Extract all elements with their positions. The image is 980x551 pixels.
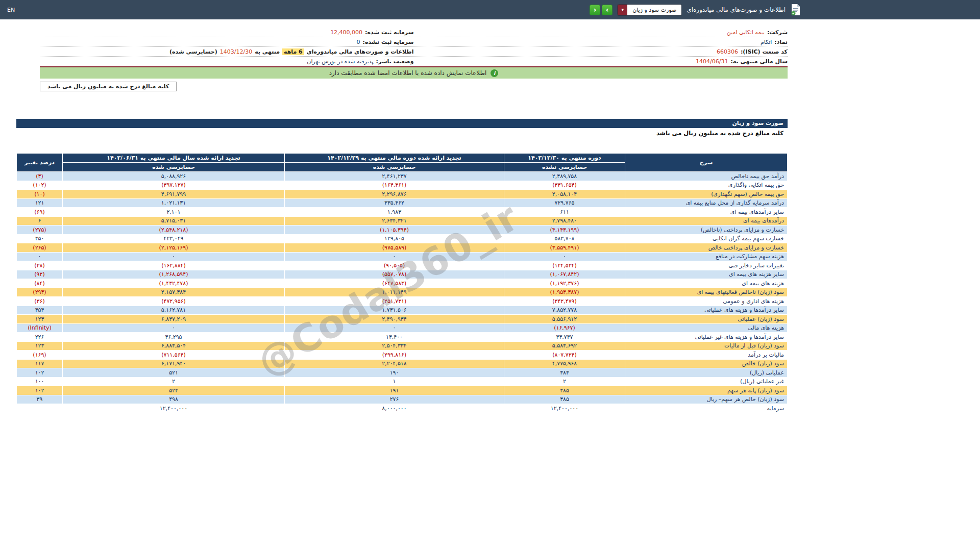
company-label: شرکت:	[767, 29, 788, 36]
cell-current-period: (۳,۵۵۹,۴۹۱)	[504, 243, 625, 253]
cell-current-period: ۴۳,۷۴۷	[504, 333, 625, 342]
table-row: درآمد سرمایه گذاری از محل منابع بیمه ای۷…	[17, 198, 788, 208]
cell-change-percent: (۳۶)	[17, 297, 63, 306]
unregistered-capital-label: سرمایه ثبت نشده:	[363, 39, 414, 45]
cell-change-percent: ۳۵۴	[17, 306, 63, 315]
cell-restated-year: ۰	[63, 323, 285, 333]
cell-change-percent: ۱۲۳	[17, 341, 63, 350]
cell-description: خسارت سهم بیمه گران اتکایی	[625, 234, 788, 243]
cell-current-period: (۱,۰۶۷,۸۴۲)	[504, 270, 625, 279]
table-row: خسارت و مزایای پرداختی (ناخالص)(۴,۱۴۳,۱۹…	[17, 226, 788, 235]
issuer-status-field: وضعیت ناشر: پذیرفته شده در بورس تهران	[40, 58, 414, 65]
report-icon[interactable]	[791, 4, 801, 16]
interim-suffix: (حسابرسی شده)	[169, 48, 217, 55]
cell-current-period: ۵,۵۸۳,۶۹۲	[504, 341, 625, 350]
fiscal-year-label: سال مالی منتهی به:	[730, 58, 788, 65]
symbol-label: نماد:	[774, 39, 788, 45]
table-row: خسارت و مزایای پرداختی خالص(۳,۵۵۹,۴۹۱)(۹…	[17, 243, 788, 253]
cell-description: خسارت و مزایای پرداختی خالص	[625, 243, 788, 253]
symbol-field: نماد: اتکام	[414, 39, 788, 45]
cell-current-period: (۱,۹۵۳,۳۸۷)	[504, 288, 625, 297]
cell-change-percent: (۲۹۳)	[17, 288, 63, 297]
cell-restated-period: ۰	[285, 323, 504, 333]
cell-current-period: ۲,۷۹۸,۴۸۰	[504, 216, 625, 226]
cell-change-percent: (۱۶۹)	[17, 350, 63, 360]
profit-loss-table: شرح دوره منتهی به ۱۴۰۳/۱۲/۳۰ تجدید ارائه…	[16, 153, 788, 413]
table-row: سود (زیان) ناخالص فعالیتهای بیمه ای(۱,۹۵…	[17, 288, 788, 297]
table-row: درآمد حق بیمه ناخالص۲,۳۸۹,۷۵۸۲,۴۶۱,۲۳۷۵,…	[17, 172, 788, 181]
interim-statement-field: اطلاعات و صورت‌های مالی میاندوره‌ای 6 ما…	[40, 48, 414, 55]
cell-restated-period: ۰	[285, 252, 504, 261]
cell-current-period: (۳۳۱,۶۵۴)	[504, 181, 625, 190]
cell-change-percent: ۳۹	[17, 395, 63, 404]
cell-restated-year: (۱,۲۶۸,۵۹۴)	[63, 270, 285, 279]
cell-restated-period: ۲۷۶	[285, 395, 504, 404]
cell-change-percent: ۱۰۲	[17, 386, 63, 395]
info-row: کد صنعت (ISIC): 660306 اطلاعات و صورت‌ها…	[40, 47, 788, 57]
interim-prefix: اطلاعات و صورت‌های مالی میاندوره‌ای	[307, 48, 414, 55]
cell-restated-year: ۳۶,۲۹۵	[63, 333, 285, 342]
table-row: حق بیمه خالص (سهم نگهداری)۲,۰۵۸,۱۰۴۲,۲۹۶…	[17, 190, 788, 199]
cell-description: حق بیمه خالص (سهم نگهداری)	[625, 190, 788, 199]
company-value: بیمه اتکایی امین	[727, 29, 765, 36]
cell-restated-year: ۵,۷۱۵,۰۳۱	[63, 216, 285, 226]
language-toggle[interactable]: EN	[7, 7, 15, 13]
cell-change-percent: (۱۰۲)	[17, 181, 63, 190]
cell-change-percent: ۰	[17, 252, 63, 261]
statement-select[interactable]: صورت سود و زیان ▾	[618, 5, 681, 15]
cell-current-period: ۳۸۵	[504, 395, 625, 404]
cell-restated-period: (۱,۱۰۵,۳۹۴)	[285, 226, 504, 235]
cell-restated-period: ۱,۹۸۳	[285, 208, 504, 217]
cell-change-percent: (۳۸)	[17, 261, 63, 270]
cell-restated-year: (۱۶۲,۸۸۴)	[63, 261, 285, 270]
page-content: شرکت: بیمه اتکایی امین سرمایه ثبت شده: 1…	[0, 28, 804, 413]
cell-description: درآمد سرمایه گذاری از محل منابع بیمه ای	[625, 198, 788, 208]
table-row: هزینه های اداری و عمومی(۳۴۲,۴۷۹)(۲۵۱,۷۳۱…	[17, 297, 788, 306]
unregistered-capital-value: 0	[357, 39, 360, 45]
isic-field: کد صنعت (ISIC): 660306	[414, 48, 788, 55]
table-row: سود (زیان) قبل از مالیات۵,۵۸۳,۶۹۲۲,۵۰۴,۳…	[17, 341, 788, 350]
cell-current-period: ۵,۵۵۶,۹۱۲	[504, 315, 625, 324]
cell-change-percent: (۲۶۵)	[17, 243, 63, 253]
table-row: هزینه های بیمه ای(۱,۱۹۲,۳۷۶)(۶۴۷,۵۸۳)(۱,…	[17, 279, 788, 288]
cell-description: هزینه های بیمه ای	[625, 279, 788, 288]
prev-statement-button[interactable]: ‹	[602, 5, 612, 15]
cell-restated-period: ۱۳,۴۰۰	[285, 333, 504, 342]
signed-match-text: اطلاعات نمایش داده شده با اطلاعات امضا ش…	[329, 69, 487, 77]
info-row: شرکت: بیمه اتکایی امین سرمایه ثبت شده: 1…	[40, 28, 788, 37]
cell-description: سایر درآمدهای بیمه ای	[625, 208, 788, 217]
cell-change-percent: ۱۰۲	[17, 368, 63, 378]
cell-restated-period: ۱,۰۱۱,۱۴۹	[285, 288, 504, 297]
cell-current-period: ۱۲,۴۰۰,۰۰۰	[504, 404, 625, 413]
cell-restated-year: ۴۹۸	[63, 395, 285, 404]
info-icon: i	[491, 69, 498, 77]
cell-restated-period: ۳۳۵,۴۶۲	[285, 198, 504, 208]
cell-change-percent: ۱۲۱	[17, 198, 63, 208]
cell-restated-period: ۱	[285, 377, 504, 386]
cell-change-percent: (Infinity)	[17, 323, 63, 333]
cell-current-period: ۶۱۱	[504, 208, 625, 217]
cell-restated-year: ۴۲۳,۰۴۹	[63, 234, 285, 243]
table-row: سایر درآمدها و هزینه های عملیاتی۷,۸۵۲,۷۷…	[17, 306, 788, 315]
signed-match-notice: i اطلاعات نمایش داده شده با اطلاعات امضا…	[40, 67, 788, 79]
cell-current-period: ۲	[504, 377, 625, 386]
topbar: اطلاعات و صورت‌های مالی میاندوره‌ای صورت…	[0, 0, 980, 19]
cell-restated-year: ۲	[63, 377, 285, 386]
cell-description: تغییرات سایر ذخایر فنی	[625, 261, 788, 270]
next-statement-button[interactable]: ›	[590, 5, 600, 15]
cell-current-period: (۸۰۷,۷۲۴)	[504, 350, 625, 360]
cell-restated-year: ۶,۸۸۳,۵۰۴	[63, 341, 285, 350]
table-row: درآمدهای بیمه ای۲,۷۹۸,۴۸۰۲,۶۳۴,۳۲۱۵,۷۱۵,…	[17, 216, 788, 226]
cell-current-period: ۲,۳۸۹,۷۵۸	[504, 172, 625, 181]
cell-restated-period: ۲,۴۹۰,۹۳۴	[285, 315, 504, 324]
cell-change-percent: ۱۲۳	[17, 315, 63, 324]
cell-restated-year: (۱,۴۳۲,۴۷۸)	[63, 279, 285, 288]
symbol-value: اتکام	[761, 39, 772, 45]
cell-description: هزینه های اداری و عمومی	[625, 297, 788, 306]
table-row: سود (زیان) خالص هر سهم– ریال۳۸۵۲۷۶۴۹۸۳۹	[17, 395, 788, 404]
cell-restated-period: (۵۵۷,۰۷۸)	[285, 270, 504, 279]
isic-value: 660306	[717, 48, 738, 55]
cell-restated-period: ۲,۶۳۴,۳۲۱	[285, 216, 504, 226]
cell-restated-period: (۶۴۷,۵۸۳)	[285, 279, 504, 288]
table-row: سایر درآمدهای بیمه ای۶۱۱۱,۹۸۳۲,۱۰۱(۶۹)	[17, 208, 788, 217]
